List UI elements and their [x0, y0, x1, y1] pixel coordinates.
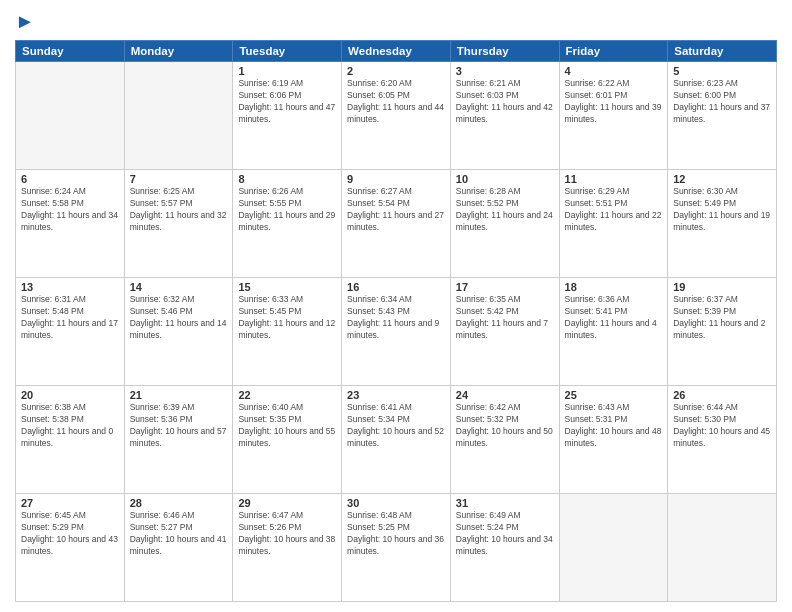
day-info: Sunrise: 6:38 AMSunset: 5:38 PMDaylight:…	[21, 402, 119, 450]
week-row-5: 27Sunrise: 6:45 AMSunset: 5:29 PMDayligh…	[16, 494, 777, 602]
day-info: Sunrise: 6:20 AMSunset: 6:05 PMDaylight:…	[347, 78, 445, 126]
day-number: 8	[238, 173, 336, 185]
calendar-cell: 29Sunrise: 6:47 AMSunset: 5:26 PMDayligh…	[233, 494, 342, 602]
day-info: Sunrise: 6:34 AMSunset: 5:43 PMDaylight:…	[347, 294, 445, 342]
day-info: Sunrise: 6:32 AMSunset: 5:46 PMDaylight:…	[130, 294, 228, 342]
calendar-cell: 15Sunrise: 6:33 AMSunset: 5:45 PMDayligh…	[233, 278, 342, 386]
calendar-cell: 8Sunrise: 6:26 AMSunset: 5:55 PMDaylight…	[233, 170, 342, 278]
weekday-header-monday: Monday	[124, 41, 233, 62]
calendar-cell: 27Sunrise: 6:45 AMSunset: 5:29 PMDayligh…	[16, 494, 125, 602]
header: ►	[15, 10, 777, 32]
calendar-cell	[559, 494, 668, 602]
day-info: Sunrise: 6:47 AMSunset: 5:26 PMDaylight:…	[238, 510, 336, 558]
day-number: 17	[456, 281, 554, 293]
week-row-2: 6Sunrise: 6:24 AMSunset: 5:58 PMDaylight…	[16, 170, 777, 278]
day-info: Sunrise: 6:41 AMSunset: 5:34 PMDaylight:…	[347, 402, 445, 450]
calendar-cell: 28Sunrise: 6:46 AMSunset: 5:27 PMDayligh…	[124, 494, 233, 602]
day-number: 30	[347, 497, 445, 509]
calendar-cell: 10Sunrise: 6:28 AMSunset: 5:52 PMDayligh…	[450, 170, 559, 278]
day-number: 13	[21, 281, 119, 293]
day-info: Sunrise: 6:44 AMSunset: 5:30 PMDaylight:…	[673, 402, 771, 450]
day-number: 12	[673, 173, 771, 185]
weekday-header-thursday: Thursday	[450, 41, 559, 62]
day-number: 29	[238, 497, 336, 509]
calendar-cell: 22Sunrise: 6:40 AMSunset: 5:35 PMDayligh…	[233, 386, 342, 494]
calendar-cell: 14Sunrise: 6:32 AMSunset: 5:46 PMDayligh…	[124, 278, 233, 386]
day-number: 21	[130, 389, 228, 401]
day-info: Sunrise: 6:40 AMSunset: 5:35 PMDaylight:…	[238, 402, 336, 450]
day-info: Sunrise: 6:48 AMSunset: 5:25 PMDaylight:…	[347, 510, 445, 558]
day-info: Sunrise: 6:26 AMSunset: 5:55 PMDaylight:…	[238, 186, 336, 234]
day-info: Sunrise: 6:28 AMSunset: 5:52 PMDaylight:…	[456, 186, 554, 234]
day-info: Sunrise: 6:29 AMSunset: 5:51 PMDaylight:…	[565, 186, 663, 234]
calendar-cell: 18Sunrise: 6:36 AMSunset: 5:41 PMDayligh…	[559, 278, 668, 386]
day-number: 31	[456, 497, 554, 509]
day-info: Sunrise: 6:25 AMSunset: 5:57 PMDaylight:…	[130, 186, 228, 234]
calendar-cell: 30Sunrise: 6:48 AMSunset: 5:25 PMDayligh…	[342, 494, 451, 602]
week-row-1: 1Sunrise: 6:19 AMSunset: 6:06 PMDaylight…	[16, 62, 777, 170]
day-number: 19	[673, 281, 771, 293]
day-number: 2	[347, 65, 445, 77]
weekday-header-wednesday: Wednesday	[342, 41, 451, 62]
day-number: 20	[21, 389, 119, 401]
day-info: Sunrise: 6:37 AMSunset: 5:39 PMDaylight:…	[673, 294, 771, 342]
weekday-header-friday: Friday	[559, 41, 668, 62]
day-number: 7	[130, 173, 228, 185]
day-number: 6	[21, 173, 119, 185]
calendar-cell: 20Sunrise: 6:38 AMSunset: 5:38 PMDayligh…	[16, 386, 125, 494]
calendar-cell	[16, 62, 125, 170]
day-number: 28	[130, 497, 228, 509]
weekday-header-saturday: Saturday	[668, 41, 777, 62]
day-info: Sunrise: 6:33 AMSunset: 5:45 PMDaylight:…	[238, 294, 336, 342]
day-info: Sunrise: 6:27 AMSunset: 5:54 PMDaylight:…	[347, 186, 445, 234]
week-row-4: 20Sunrise: 6:38 AMSunset: 5:38 PMDayligh…	[16, 386, 777, 494]
calendar-cell	[668, 494, 777, 602]
day-info: Sunrise: 6:35 AMSunset: 5:42 PMDaylight:…	[456, 294, 554, 342]
weekday-header-sunday: Sunday	[16, 41, 125, 62]
day-number: 11	[565, 173, 663, 185]
day-number: 26	[673, 389, 771, 401]
calendar-cell: 11Sunrise: 6:29 AMSunset: 5:51 PMDayligh…	[559, 170, 668, 278]
page: ► SundayMondayTuesdayWednesdayThursdayFr…	[0, 0, 792, 612]
calendar-cell: 21Sunrise: 6:39 AMSunset: 5:36 PMDayligh…	[124, 386, 233, 494]
calendar-cell: 12Sunrise: 6:30 AMSunset: 5:49 PMDayligh…	[668, 170, 777, 278]
calendar-cell: 25Sunrise: 6:43 AMSunset: 5:31 PMDayligh…	[559, 386, 668, 494]
day-number: 18	[565, 281, 663, 293]
day-number: 23	[347, 389, 445, 401]
day-number: 1	[238, 65, 336, 77]
day-number: 14	[130, 281, 228, 293]
calendar-cell: 1Sunrise: 6:19 AMSunset: 6:06 PMDaylight…	[233, 62, 342, 170]
day-info: Sunrise: 6:30 AMSunset: 5:49 PMDaylight:…	[673, 186, 771, 234]
day-number: 24	[456, 389, 554, 401]
calendar-cell: 2Sunrise: 6:20 AMSunset: 6:05 PMDaylight…	[342, 62, 451, 170]
calendar-cell: 24Sunrise: 6:42 AMSunset: 5:32 PMDayligh…	[450, 386, 559, 494]
day-info: Sunrise: 6:24 AMSunset: 5:58 PMDaylight:…	[21, 186, 119, 234]
day-number: 9	[347, 173, 445, 185]
day-number: 16	[347, 281, 445, 293]
day-info: Sunrise: 6:49 AMSunset: 5:24 PMDaylight:…	[456, 510, 554, 558]
day-number: 25	[565, 389, 663, 401]
calendar-cell: 19Sunrise: 6:37 AMSunset: 5:39 PMDayligh…	[668, 278, 777, 386]
calendar-cell: 23Sunrise: 6:41 AMSunset: 5:34 PMDayligh…	[342, 386, 451, 494]
day-number: 10	[456, 173, 554, 185]
week-row-3: 13Sunrise: 6:31 AMSunset: 5:48 PMDayligh…	[16, 278, 777, 386]
day-number: 22	[238, 389, 336, 401]
day-number: 15	[238, 281, 336, 293]
calendar-cell: 31Sunrise: 6:49 AMSunset: 5:24 PMDayligh…	[450, 494, 559, 602]
calendar-cell: 6Sunrise: 6:24 AMSunset: 5:58 PMDaylight…	[16, 170, 125, 278]
day-info: Sunrise: 6:42 AMSunset: 5:32 PMDaylight:…	[456, 402, 554, 450]
calendar-cell: 3Sunrise: 6:21 AMSunset: 6:03 PMDaylight…	[450, 62, 559, 170]
day-number: 4	[565, 65, 663, 77]
day-number: 3	[456, 65, 554, 77]
calendar-cell: 16Sunrise: 6:34 AMSunset: 5:43 PMDayligh…	[342, 278, 451, 386]
logo: ►	[15, 10, 35, 32]
calendar-cell: 5Sunrise: 6:23 AMSunset: 6:00 PMDaylight…	[668, 62, 777, 170]
day-info: Sunrise: 6:22 AMSunset: 6:01 PMDaylight:…	[565, 78, 663, 126]
day-info: Sunrise: 6:36 AMSunset: 5:41 PMDaylight:…	[565, 294, 663, 342]
calendar-cell	[124, 62, 233, 170]
day-number: 27	[21, 497, 119, 509]
weekday-header-row: SundayMondayTuesdayWednesdayThursdayFrid…	[16, 41, 777, 62]
calendar: SundayMondayTuesdayWednesdayThursdayFrid…	[15, 40, 777, 602]
calendar-cell: 17Sunrise: 6:35 AMSunset: 5:42 PMDayligh…	[450, 278, 559, 386]
day-info: Sunrise: 6:46 AMSunset: 5:27 PMDaylight:…	[130, 510, 228, 558]
